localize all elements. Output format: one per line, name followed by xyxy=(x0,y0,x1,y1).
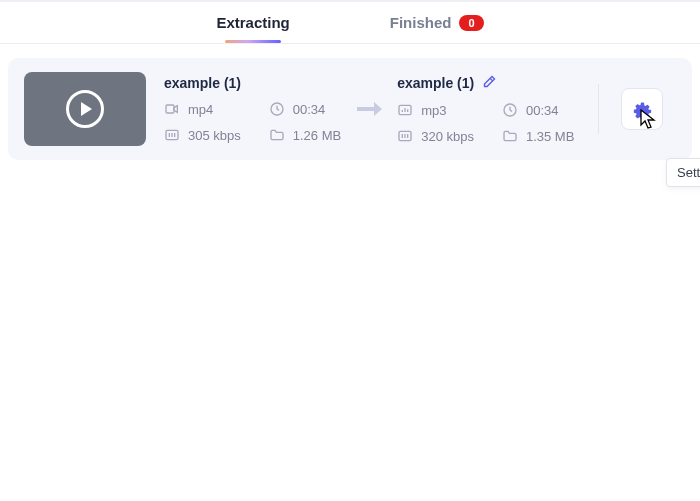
clock-icon xyxy=(502,102,518,118)
target-format-value: mp3 xyxy=(421,103,446,118)
arrow-right-icon xyxy=(355,99,383,119)
finished-count-badge: 0 xyxy=(459,15,483,31)
tab-extracting[interactable]: Extracting xyxy=(216,14,289,43)
vertical-divider xyxy=(598,84,599,134)
source-filename: example (1) xyxy=(164,75,341,91)
source-duration-value: 00:34 xyxy=(293,102,326,117)
source-format-value: mp4 xyxy=(188,102,213,117)
edit-icon[interactable] xyxy=(482,74,497,92)
audio-icon xyxy=(397,102,413,118)
target-size: 1.35 MB xyxy=(502,128,574,144)
conversion-card: example (1) mp4 00:34 305 kbps 1.26 MB e… xyxy=(8,58,692,160)
target-format: mp3 xyxy=(397,102,474,118)
target-bitrate: 320 kbps xyxy=(397,128,474,144)
tabs-bar: Extracting Finished 0 xyxy=(0,2,700,43)
tabs-divider xyxy=(0,43,700,44)
target-filename: example (1) xyxy=(397,75,474,91)
svg-rect-0 xyxy=(166,105,174,113)
video-icon xyxy=(164,101,180,117)
source-duration: 00:34 xyxy=(269,101,341,117)
tab-indicator xyxy=(225,40,281,43)
source-size-value: 1.26 MB xyxy=(293,128,341,143)
tab-finished-label: Finished xyxy=(390,14,452,31)
source-bitrate: 305 kbps xyxy=(164,127,241,143)
bitrate-icon xyxy=(164,127,180,143)
target-duration-value: 00:34 xyxy=(526,103,559,118)
settings-button[interactable] xyxy=(621,88,663,130)
source-size: 1.26 MB xyxy=(269,127,341,143)
folder-icon xyxy=(502,128,518,144)
source-bitrate-value: 305 kbps xyxy=(188,128,241,143)
target-duration: 00:34 xyxy=(502,102,574,118)
settings-tooltip: Settings xyxy=(666,158,700,187)
target-info: example (1) mp3 00:34 320 kbps 1.35 MB xyxy=(397,74,574,144)
bitrate-icon xyxy=(397,128,413,144)
folder-icon xyxy=(269,127,285,143)
clock-icon xyxy=(269,101,285,117)
video-thumbnail[interactable] xyxy=(24,72,146,146)
target-size-value: 1.35 MB xyxy=(526,129,574,144)
tab-finished[interactable]: Finished 0 xyxy=(390,14,484,43)
gear-icon xyxy=(631,98,653,120)
source-format: mp4 xyxy=(164,101,241,117)
source-info: example (1) mp4 00:34 305 kbps 1.26 MB xyxy=(164,75,341,143)
play-icon xyxy=(66,90,104,128)
target-bitrate-value: 320 kbps xyxy=(421,129,474,144)
tab-extracting-label: Extracting xyxy=(216,14,289,31)
